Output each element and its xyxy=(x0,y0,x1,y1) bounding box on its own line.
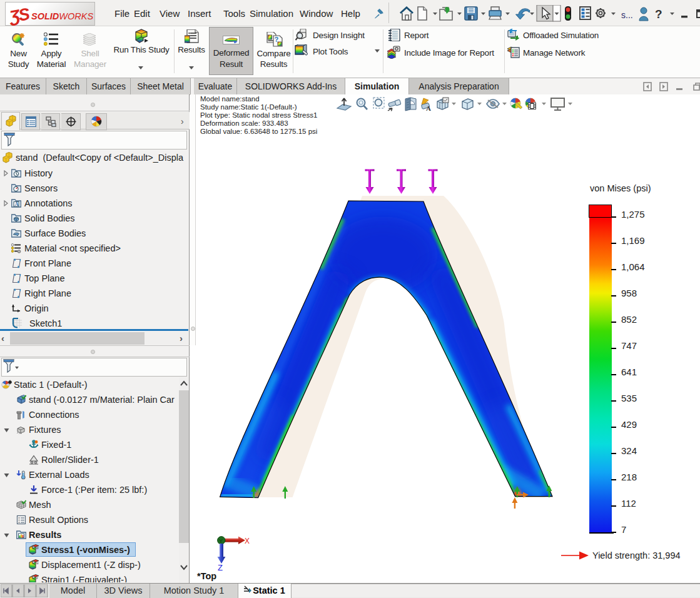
svg-text:u: u xyxy=(36,560,39,565)
svg-text:ƷS: ƷS xyxy=(7,4,31,26)
svg-text:ε: ε xyxy=(36,575,38,580)
svg-text:?: ? xyxy=(655,8,662,21)
svg-text:A: A xyxy=(14,201,19,207)
svg-text:*Top: *Top xyxy=(197,571,216,581)
svg-text:?: ? xyxy=(275,36,279,43)
svg-text:X: X xyxy=(245,537,250,545)
svg-text:Y: Y xyxy=(219,538,223,544)
svg-text:σ: σ xyxy=(36,545,39,550)
svg-text:s...: s... xyxy=(621,10,633,20)
svg-text:SOLIDWORKS: SOLIDWORKS xyxy=(31,11,93,21)
svg-text:Z: Z xyxy=(218,563,223,572)
